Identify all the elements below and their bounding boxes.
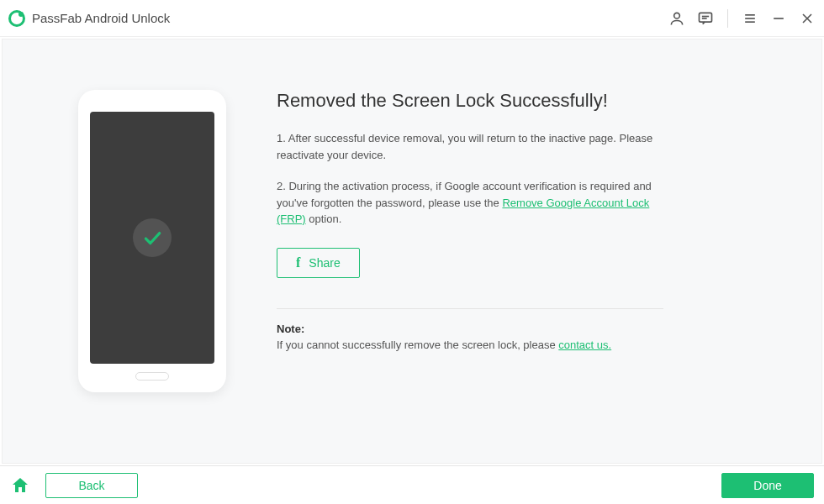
user-icon[interactable] (668, 10, 685, 27)
note-label: Note: (277, 323, 663, 335)
share-button[interactable]: f Share (277, 248, 360, 278)
note-text: If you cannot successfully remove the sc… (277, 339, 663, 351)
app-logo (8, 10, 25, 27)
content-column: Removed the Screen Lock Successfully! 1.… (277, 90, 663, 351)
menu-icon[interactable] (742, 10, 758, 27)
minimize-icon[interactable] (770, 10, 787, 27)
titlebar: PassFab Android Unlock (0, 0, 824, 37)
main-panel: Removed the Screen Lock Successfully! 1.… (2, 39, 822, 464)
titlebar-icons (668, 9, 816, 28)
note-text-pre: If you cannot successfully remove the sc… (277, 339, 558, 351)
phone-home-button (135, 372, 169, 381)
phone-illustration (78, 90, 226, 392)
contact-us-link[interactable]: contact us. (558, 339, 611, 351)
success-heading: Removed the Screen Lock Successfully! (277, 90, 663, 112)
home-icon[interactable] (10, 475, 30, 496)
divider (277, 308, 663, 309)
share-label: Share (309, 256, 340, 270)
done-button[interactable]: Done (721, 473, 814, 498)
facebook-icon: f (296, 255, 300, 270)
instruction-2-post: option. (306, 213, 342, 225)
instruction-2: 2. During the activation process, if Goo… (277, 178, 663, 228)
svg-rect-1 (700, 13, 712, 22)
svg-point-0 (674, 13, 680, 18)
app-title: PassFab Android Unlock (32, 11, 170, 25)
close-icon[interactable] (799, 10, 816, 27)
titlebar-separator (727, 9, 728, 28)
checkmark-icon (133, 218, 172, 257)
footer-bar: Back Done (0, 465, 824, 504)
feedback-icon[interactable] (697, 10, 714, 27)
back-button[interactable]: Back (45, 473, 138, 498)
instruction-1: 1. After successful device removal, you … (277, 130, 663, 163)
